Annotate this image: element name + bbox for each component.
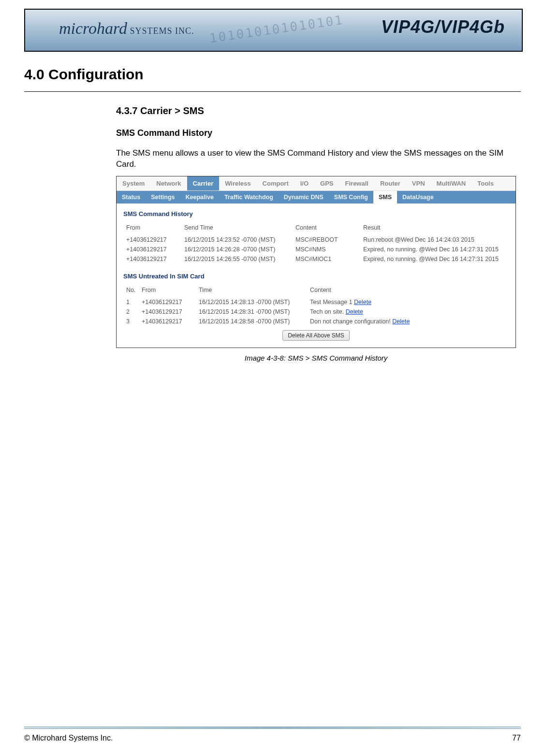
cell-from: +14036129217	[123, 245, 181, 254]
top-tab-system[interactable]: System	[117, 176, 150, 190]
cell-from: +14036129217	[123, 254, 181, 264]
cell-result: Expired, no running. @Wed Dec 16 14:27:3…	[360, 245, 509, 254]
top-tab-firewall[interactable]: Firewall	[339, 176, 374, 190]
subsection-heading: 4.3.7 Carrier > SMS	[116, 105, 516, 116]
footer-page-number: 77	[512, 734, 521, 742]
top-tab-network[interactable]: Network	[150, 176, 187, 190]
sub-tab-traffic-watchdog[interactable]: Traffic Watchdog	[219, 191, 279, 204]
embedded-screenshot: SystemNetworkCarrierWirelessComportI/OGP…	[116, 176, 516, 348]
history-header: Send Time	[181, 222, 293, 235]
untreated-header: Content	[307, 285, 509, 297]
footer-copyright: © Microhard Systems Inc.	[24, 734, 113, 742]
untreated-table: No.FromTimeContent 1+1403612921716/12/20…	[123, 285, 509, 326]
top-tab-router[interactable]: Router	[374, 176, 406, 190]
top-tab-multiwan[interactable]: MultiWAN	[431, 176, 472, 190]
cell-time: 16/12/2015 14:26:28 -0700 (MST)	[181, 245, 293, 254]
cell-result: Run:reboot @Wed Dec 16 14:24:03 2015	[360, 235, 509, 245]
top-tab-carrier[interactable]: Carrier	[187, 176, 220, 190]
top-tab-wireless[interactable]: Wireless	[219, 176, 256, 190]
sub-tab-sms-config[interactable]: SMS Config	[329, 191, 373, 204]
table-row: +1403612921716/12/2015 14:23:52 -0700 (M…	[123, 235, 509, 245]
top-nav-tabs: SystemNetworkCarrierWirelessComportI/OGP…	[117, 176, 516, 191]
cell: 2	[123, 307, 139, 317]
delete-link[interactable]: Delete	[392, 318, 410, 325]
history-table: FromSend TimeContentResult +140361292171…	[123, 222, 509, 264]
cell-content: Test Message 1 Delete	[307, 297, 509, 307]
image-caption: Image 4-3-8: SMS > SMS Command History	[116, 354, 516, 362]
table-row: 1+1403612921716/12/2015 14:28:13 -0700 (…	[123, 297, 509, 307]
sub-nav-tabs: StatusSettingsKeepaliveTraffic WatchdogD…	[117, 191, 516, 204]
cell-result: Expired, no running. @Wed Dec 16 14:27:3…	[360, 254, 509, 264]
cell: 3	[123, 317, 139, 326]
cell: 16/12/2015 14:28:13 -0700 (MST)	[196, 297, 307, 307]
cell-content: Tech on site. Delete	[307, 307, 509, 317]
delete-link[interactable]: Delete	[354, 299, 371, 305]
untreated-header: From	[139, 285, 196, 297]
top-tab-comport[interactable]: Comport	[257, 176, 295, 190]
subsub-heading: SMS Command History	[116, 128, 516, 138]
cell-content: MSC#REBOOT	[293, 235, 360, 245]
cell-content: MSC#NMS	[293, 245, 360, 254]
top-tab-i/o[interactable]: I/O	[295, 176, 314, 190]
history-header: Content	[293, 222, 360, 235]
banner-digits: 101010101010101	[208, 13, 344, 46]
section-rule	[24, 91, 521, 92]
untreated-header: Time	[196, 285, 307, 297]
cell: +14036129217	[139, 307, 196, 317]
table-row: 3+1403612921716/12/2015 14:28:58 -0700 (…	[123, 317, 509, 326]
cell-content: Don not change configuration! Delete	[307, 317, 509, 326]
history-header: Result	[360, 222, 509, 235]
section-title: 4.0 Configuration	[24, 66, 521, 83]
cell-from: +14036129217	[123, 235, 181, 245]
cell-content: MSC#MIOC1	[293, 254, 360, 264]
page-footer: © Microhard Systems Inc. 77	[24, 727, 521, 742]
cell-time: 16/12/2015 14:23:52 -0700 (MST)	[181, 235, 293, 245]
cell: 16/12/2015 14:28:58 -0700 (MST)	[196, 317, 307, 326]
product-name: VIP4G/VIP4Gb	[381, 17, 505, 37]
top-tab-gps[interactable]: GPS	[314, 176, 339, 190]
cell: 1	[123, 297, 139, 307]
message-content: Test Message 1	[310, 299, 354, 305]
message-content: Tech on site.	[310, 308, 346, 315]
sub-tab-datausage[interactable]: DataUsage	[397, 191, 439, 204]
header-banner: 101010101010101 microhard SYSTEMS INC. V…	[24, 9, 523, 52]
untreated-header: No.	[123, 285, 139, 297]
cell: +14036129217	[139, 297, 196, 307]
sub-tab-dynamic-dns[interactable]: Dynamic DNS	[279, 191, 329, 204]
top-tab-vpn[interactable]: VPN	[406, 176, 431, 190]
history-header: From	[123, 222, 181, 235]
company-logo-text: microhard SYSTEMS INC.	[59, 19, 194, 38]
company-name-caps: SYSTEMS INC.	[127, 26, 194, 36]
body-paragraph: The SMS menu allows a user to view the S…	[116, 148, 516, 170]
delete-all-button[interactable]: Delete All Above SMS	[282, 330, 350, 341]
sub-tab-status[interactable]: Status	[117, 191, 146, 204]
untreated-panel-title: SMS Untreated In SIM Card	[123, 273, 509, 280]
table-row: +1403612921716/12/2015 14:26:55 -0700 (M…	[123, 254, 509, 264]
cell: 16/12/2015 14:28:31 -0700 (MST)	[196, 307, 307, 317]
company-name-italic: microhard	[59, 19, 127, 37]
sub-tab-keepalive[interactable]: Keepalive	[180, 191, 219, 204]
cell-time: 16/12/2015 14:26:55 -0700 (MST)	[181, 254, 293, 264]
history-panel-title: SMS Command History	[123, 210, 509, 218]
sub-tab-settings[interactable]: Settings	[146, 191, 180, 204]
cell: +14036129217	[139, 317, 196, 326]
top-tab-tools[interactable]: Tools	[471, 176, 500, 190]
table-row: +1403612921716/12/2015 14:26:28 -0700 (M…	[123, 245, 509, 254]
message-content: Don not change configuration!	[310, 318, 392, 325]
table-row: 2+1403612921716/12/2015 14:28:31 -0700 (…	[123, 307, 509, 317]
sub-tab-sms[interactable]: SMS	[373, 191, 397, 204]
delete-link[interactable]: Delete	[346, 308, 363, 315]
footer-rule	[24, 727, 521, 729]
